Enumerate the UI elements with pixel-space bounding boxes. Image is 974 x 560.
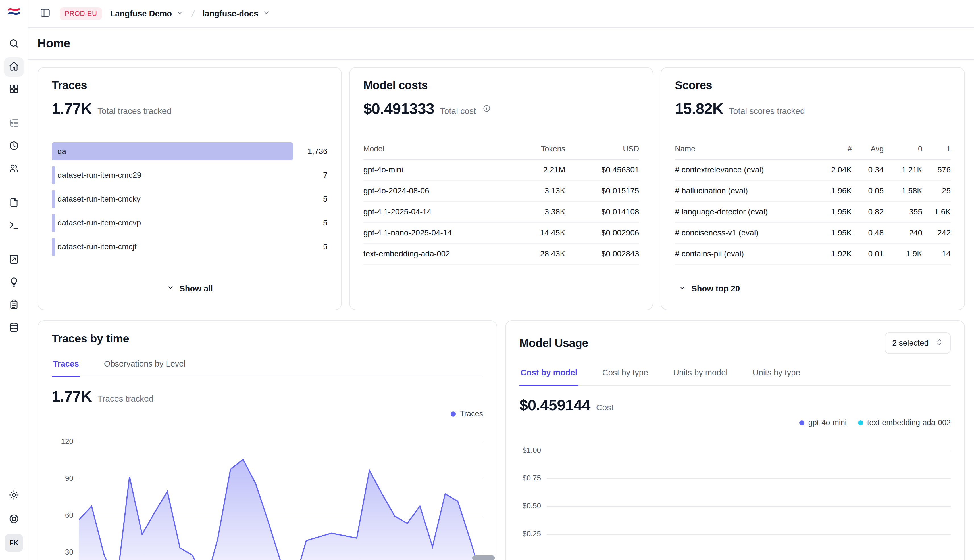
legend-dot <box>799 420 804 425</box>
show-top-20-button[interactable]: Show top 20 <box>675 279 951 298</box>
sidebar-item-tracing[interactable] <box>4 114 23 133</box>
langfuse-logo[interactable] <box>8 7 20 19</box>
org-name: Langfuse Demo <box>110 9 172 18</box>
traces-total-label: Total traces tracked <box>97 106 171 116</box>
legend-dot <box>451 412 456 417</box>
traces-chart: 120906030 <box>52 435 483 560</box>
table-row: # hallucination (eval) 1.96K 0.05 1.58K … <box>675 181 951 202</box>
breadcrumb-separator: / <box>190 8 196 19</box>
app-root: FK PROD-EU Langfuse Demo / langfuse-docs… <box>0 0 974 560</box>
page-title: Home <box>37 37 70 50</box>
sidebar-item-playground[interactable] <box>4 217 23 236</box>
user-avatar[interactable]: FK <box>5 534 23 552</box>
tab-traces[interactable]: Traces <box>52 353 80 377</box>
life-buoy-icon <box>8 513 19 526</box>
table-row: # language-detector (eval) 1.95K 0.82 35… <box>675 202 951 223</box>
sidebar-item-settings[interactable] <box>4 486 23 505</box>
sidebar-item-search[interactable] <box>4 35 23 54</box>
model-costs-total-label: Total cost <box>440 106 476 116</box>
environment-badge: PROD-EU <box>60 7 102 20</box>
trace-name: dataset-run-item-cmcvp <box>52 218 141 227</box>
trace-bar-row[interactable]: qa 1,736 <box>52 142 327 160</box>
tab-observations-by-level[interactable]: Observations by Level <box>103 353 187 377</box>
card-title: Model costs <box>363 79 639 92</box>
chevron-down-icon <box>262 9 270 19</box>
show-all-button[interactable]: Show all <box>52 279 327 298</box>
chevron-down-icon <box>678 284 686 293</box>
sidebar-item-home[interactable] <box>4 57 23 77</box>
table-row: gpt-4o-2024-08-06 3.13K $0.015175 <box>363 181 639 202</box>
square-arrow-icon <box>8 254 19 267</box>
table-row: gpt-4o-mini 2.21M $0.456301 <box>363 160 639 181</box>
traces-card: Traces 1.77K Total traces tracked qa 1,7… <box>37 67 342 310</box>
model-costs-table: Model Tokens USD gpt-4o-mini 2.21M $0.45… <box>363 141 639 265</box>
sidebar-item-support[interactable] <box>4 510 23 529</box>
table-header: Name # Avg 0 1 <box>675 141 951 160</box>
traces-bar-list: qa 1,736 dataset-run-item-cmc29 7 datase… <box>52 142 327 256</box>
trace-count: 5 <box>319 218 327 227</box>
sidebar-item-annotation[interactable] <box>4 250 23 270</box>
tab-units-by-model[interactable]: Units by model <box>672 362 729 386</box>
grid-icon <box>8 83 19 96</box>
sidebar-item-users[interactable] <box>4 160 23 179</box>
model-select-dropdown[interactable]: 2 selected <box>885 332 951 354</box>
topbar: PROD-EU Langfuse Demo / langfuse-docs <box>28 0 974 28</box>
trace-bar-row[interactable]: dataset-run-item-cmcky 5 <box>52 190 327 208</box>
trace-bar <box>52 142 293 160</box>
tab-cost-by-model[interactable]: Cost by model <box>520 362 578 386</box>
tab-cost-by-type[interactable]: Cost by type <box>601 362 649 386</box>
clock-icon <box>8 140 19 153</box>
chart-legend: Traces <box>52 410 483 418</box>
sidebar-item-evaluators[interactable] <box>4 273 23 292</box>
cost-line-chart <box>547 444 951 543</box>
clipboard-list-icon <box>8 299 19 312</box>
sidebar-item-evaluation[interactable] <box>4 296 23 315</box>
traces-by-time-card: Traces by time Traces Observations by Le… <box>37 320 497 560</box>
scores-total: 15.82K <box>675 100 723 117</box>
page-header: Home <box>28 28 974 60</box>
traces-total: 1.77K <box>52 100 92 117</box>
traces-tracked-value: 1.77K <box>52 387 92 405</box>
traces-by-time-tabs: Traces Observations by Level <box>52 353 483 377</box>
sidebar-item-datasets[interactable] <box>4 318 23 338</box>
project-name: langfuse-docs <box>202 9 258 18</box>
project-switcher[interactable]: langfuse-docs <box>201 7 271 21</box>
trace-name: dataset-run-item-cmcky <box>52 195 140 203</box>
scores-card: Scores 15.82K Total scores tracked Name … <box>661 67 965 310</box>
trace-count: 5 <box>319 242 327 251</box>
table-row: gpt-4.1-nano-2025-04-14 14.45K $0.002906 <box>363 223 639 243</box>
trace-name: dataset-run-item-cmc29 <box>52 171 142 180</box>
trace-count: 5 <box>319 195 327 203</box>
sidebar-item-sessions[interactable] <box>4 137 23 156</box>
trace-bar-row[interactable]: dataset-run-item-cmcvp 5 <box>52 214 327 232</box>
legend-item: text-embedding-ada-002 <box>858 418 951 427</box>
model-usage-chart: $1.00$0.75$0.50$0.25 <box>520 444 951 543</box>
table-row: gpt-4.1-2025-04-14 3.38K $0.014108 <box>363 202 639 223</box>
cost-label: Cost <box>596 403 614 412</box>
list-tree-icon <box>8 118 19 130</box>
legend-dot <box>858 420 863 425</box>
trace-bar-row[interactable]: dataset-run-item-cmcjf 5 <box>52 238 327 256</box>
gear-icon <box>8 490 19 502</box>
trace-bar-row[interactable]: dataset-run-item-cmc29 7 <box>52 166 327 184</box>
scores-total-label: Total scores tracked <box>729 106 805 116</box>
panel-left-icon <box>40 7 50 20</box>
sidebar-toggle-button[interactable] <box>37 5 53 22</box>
sidebar-item-dashboards[interactable] <box>4 80 23 99</box>
y-axis-labels: 120906030 <box>52 435 79 560</box>
sidebar-item-prompts[interactable] <box>4 194 23 213</box>
model-costs-card: Model costs $0.491333 Total cost Model T… <box>349 67 653 310</box>
org-switcher[interactable]: Langfuse Demo <box>109 7 185 21</box>
info-icon[interactable] <box>483 105 491 112</box>
sidebar: FK <box>0 0 28 560</box>
scores-table: Name # Avg 0 1 # contextrelevance (eval)… <box>675 141 951 265</box>
lightbulb-icon <box>8 277 19 289</box>
y-axis-labels: $1.00$0.75$0.50$0.25 <box>520 444 547 543</box>
horizontal-scrollbar-thumb[interactable] <box>472 555 495 560</box>
tab-units-by-type[interactable]: Units by type <box>752 362 802 386</box>
database-icon <box>8 322 19 335</box>
trace-count: 1,736 <box>303 147 327 156</box>
trace-name: qa <box>52 147 66 156</box>
legend-item: gpt-4o-mini <box>799 418 847 427</box>
trace-count: 7 <box>319 171 327 180</box>
